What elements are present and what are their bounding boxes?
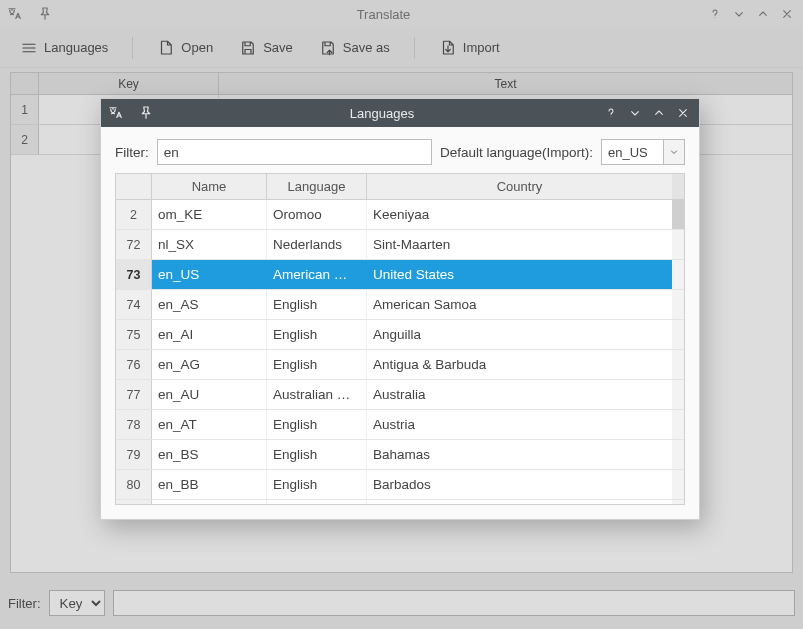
cell-country[interactable]: Barbados bbox=[367, 470, 672, 499]
cell-country[interactable]: United States bbox=[367, 260, 672, 289]
cell-country[interactable]: Austria bbox=[367, 410, 672, 439]
cell-country[interactable]: Keeniyaa bbox=[367, 200, 672, 229]
grid-row[interactable]: 77en_AUAustralian …Australia bbox=[116, 380, 684, 410]
cell-country[interactable]: Australia bbox=[367, 380, 672, 409]
row-index[interactable]: 73 bbox=[116, 260, 152, 289]
row-index[interactable]: 78 bbox=[116, 410, 152, 439]
row-header[interactable]: 2 bbox=[11, 125, 39, 154]
dialog-titlebar[interactable]: Languages bbox=[101, 99, 699, 127]
cell-name[interactable]: en_AG bbox=[152, 350, 267, 379]
open-button[interactable]: Open bbox=[149, 33, 221, 63]
column-key[interactable]: Key bbox=[39, 73, 219, 94]
cell-country[interactable]: Sint-Maarten bbox=[367, 230, 672, 259]
row-index[interactable]: 76 bbox=[116, 350, 152, 379]
row-index[interactable]: 75 bbox=[116, 320, 152, 349]
cell-name[interactable]: en_AU bbox=[152, 380, 267, 409]
minimize-icon[interactable] bbox=[731, 6, 747, 22]
column-name[interactable]: Name bbox=[152, 174, 267, 199]
cell-country[interactable]: American Samoa bbox=[367, 290, 672, 319]
cell-language[interactable]: Oromoo bbox=[267, 200, 367, 229]
row-index[interactable]: 74 bbox=[116, 290, 152, 319]
pin-icon[interactable] bbox=[137, 104, 155, 122]
help-icon[interactable] bbox=[707, 6, 723, 22]
column-text[interactable]: Text bbox=[219, 73, 792, 94]
grid-row[interactable]: 78en_ATEnglishAustria bbox=[116, 410, 684, 440]
save-as-button[interactable]: Save as bbox=[311, 33, 398, 63]
cell-name[interactable]: en_BB bbox=[152, 470, 267, 499]
row-index[interactable]: 2 bbox=[116, 200, 152, 229]
grid-row[interactable]: 76en_AGEnglishAntigua & Barbuda bbox=[116, 350, 684, 380]
filter-input[interactable] bbox=[113, 590, 796, 616]
cell-language[interactable]: English bbox=[267, 320, 367, 349]
cell-language[interactable]: English bbox=[267, 410, 367, 439]
close-icon[interactable] bbox=[779, 6, 795, 22]
dialog-filter-input[interactable] bbox=[157, 139, 432, 165]
maximize-icon[interactable] bbox=[755, 6, 771, 22]
cell-language[interactable]: English bbox=[267, 440, 367, 469]
grid-row[interactable]: 74en_ASEnglishAmerican Samoa bbox=[116, 290, 684, 320]
row-header[interactable]: 1 bbox=[11, 95, 39, 124]
default-language-value[interactable] bbox=[601, 139, 663, 165]
cell-language[interactable]: English bbox=[267, 350, 367, 379]
default-language-combo[interactable] bbox=[601, 139, 685, 165]
save-as-label: Save as bbox=[343, 40, 390, 55]
scrollbar-track[interactable] bbox=[672, 470, 684, 499]
scrollbar-track[interactable] bbox=[672, 230, 684, 259]
scrollbar-track[interactable] bbox=[672, 440, 684, 469]
cell-language[interactable]: Nederlands bbox=[267, 230, 367, 259]
scrollbar-track[interactable] bbox=[672, 350, 684, 379]
scrollbar-track[interactable] bbox=[672, 260, 684, 289]
cell-language[interactable]: English bbox=[267, 290, 367, 319]
row-index[interactable]: 79 bbox=[116, 440, 152, 469]
filter-mode-select[interactable]: Key bbox=[49, 590, 105, 616]
help-icon[interactable] bbox=[603, 105, 619, 121]
column-country[interactable]: Country bbox=[367, 174, 672, 199]
cell-language[interactable]: American … bbox=[267, 260, 367, 289]
save-button[interactable]: Save bbox=[231, 33, 301, 63]
scrollbar-track[interactable] bbox=[672, 320, 684, 349]
cell-name[interactable]: en_BS bbox=[152, 440, 267, 469]
cell-country[interactable]: Bahamas bbox=[367, 440, 672, 469]
svg-point-0 bbox=[715, 17, 716, 18]
cell-name[interactable]: en_AT bbox=[152, 410, 267, 439]
cell-language[interactable]: English bbox=[267, 500, 367, 504]
grid-row[interactable]: 2om_KEOromooKeeniyaa bbox=[116, 200, 684, 230]
grid-row[interactable]: 79en_BSEnglishBahamas bbox=[116, 440, 684, 470]
row-index[interactable]: 77 bbox=[116, 380, 152, 409]
cell-name[interactable]: en_BE bbox=[152, 500, 267, 504]
row-index[interactable]: 81 bbox=[116, 500, 152, 504]
cell-country[interactable]: Anguilla bbox=[367, 320, 672, 349]
minimize-icon[interactable] bbox=[627, 105, 643, 121]
cell-language[interactable]: Australian … bbox=[267, 380, 367, 409]
row-index[interactable]: 80 bbox=[116, 470, 152, 499]
grid-row[interactable]: 81en_BEEnglishBelgium bbox=[116, 500, 684, 504]
close-icon[interactable] bbox=[675, 105, 691, 121]
row-index[interactable]: 72 bbox=[116, 230, 152, 259]
scrollbar-track[interactable] bbox=[672, 380, 684, 409]
scrollbar-track[interactable] bbox=[672, 174, 684, 199]
scrollbar-track[interactable] bbox=[672, 200, 684, 229]
column-language[interactable]: Language bbox=[267, 174, 367, 199]
cell-country[interactable]: Antigua & Barbuda bbox=[367, 350, 672, 379]
languages-button[interactable]: Languages bbox=[12, 33, 116, 63]
cell-name[interactable]: en_US bbox=[152, 260, 267, 289]
cell-name[interactable]: en_AI bbox=[152, 320, 267, 349]
grid-row[interactable]: 80en_BBEnglishBarbados bbox=[116, 470, 684, 500]
cell-country[interactable]: Belgium bbox=[367, 500, 672, 504]
scrollbar-track[interactable] bbox=[672, 500, 684, 504]
cell-language[interactable]: English bbox=[267, 470, 367, 499]
grid-row[interactable]: 73en_USAmerican …United States bbox=[116, 260, 684, 290]
cell-name[interactable]: en_AS bbox=[152, 290, 267, 319]
chevron-down-icon[interactable] bbox=[663, 139, 685, 165]
separator bbox=[414, 37, 415, 59]
grid-row[interactable]: 75en_AIEnglishAnguilla bbox=[116, 320, 684, 350]
import-button[interactable]: Import bbox=[431, 33, 508, 63]
scrollbar-track[interactable] bbox=[672, 290, 684, 319]
cell-name[interactable]: om_KE bbox=[152, 200, 267, 229]
scrollbar-track[interactable] bbox=[672, 410, 684, 439]
pin-icon[interactable] bbox=[36, 5, 54, 23]
maximize-icon[interactable] bbox=[651, 105, 667, 121]
main-toolbar: Languages Open Save Save as Import bbox=[0, 28, 803, 68]
grid-row[interactable]: 72nl_SXNederlandsSint-Maarten bbox=[116, 230, 684, 260]
cell-name[interactable]: nl_SX bbox=[152, 230, 267, 259]
